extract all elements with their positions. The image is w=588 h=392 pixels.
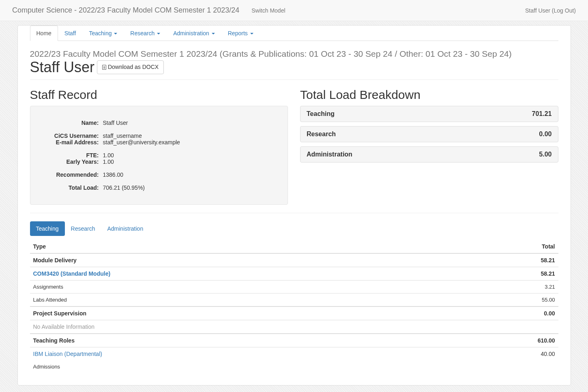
label-name: Name: bbox=[38, 120, 103, 126]
detail-pills: Teaching Research Administration bbox=[30, 221, 558, 236]
value-email: staff_user@university.example bbox=[103, 139, 280, 146]
value-name: Staff User bbox=[103, 120, 280, 126]
label-total-load: Total Load: bbox=[38, 184, 103, 191]
table-row: IBM Liaison (Departmental) 40.00 bbox=[30, 347, 558, 361]
chevron-down-icon bbox=[157, 33, 160, 34]
page-title: Staff User bbox=[30, 59, 94, 76]
chevron-down-icon bbox=[212, 33, 215, 34]
label-cics: CiCS Username: bbox=[38, 133, 103, 139]
table-row: COM3420 (Standard Module) 58.21 bbox=[30, 267, 558, 281]
pill-administration[interactable]: Administration bbox=[101, 221, 149, 236]
breakdown-administration[interactable]: Administration 5.00 bbox=[300, 146, 558, 163]
load-breakdown-heading: Total Load Breakdown bbox=[300, 88, 558, 102]
chevron-down-icon bbox=[250, 33, 253, 34]
tab-home[interactable]: Home bbox=[30, 26, 58, 41]
staff-record-panel: Name: Staff User CiCS Username: staff_us… bbox=[30, 106, 288, 205]
switch-model-link[interactable]: Switch Model bbox=[245, 1, 291, 20]
table-row: Assignments 3.21 bbox=[30, 281, 558, 293]
main-container: Home Staff Teaching Research Administrat… bbox=[17, 25, 571, 386]
value-fte: 1.00 bbox=[103, 152, 280, 159]
top-navbar: Computer Science - 2022/23 Faculty Model… bbox=[0, 0, 588, 21]
value-early-years: 1.00 bbox=[103, 159, 280, 165]
staff-record-heading: Staff Record bbox=[30, 88, 288, 102]
col-type: Type bbox=[30, 240, 441, 253]
tab-reports[interactable]: Reports bbox=[221, 26, 260, 41]
module-link[interactable]: COM3420 (Standard Module) bbox=[33, 270, 111, 277]
table-row: Admissions bbox=[30, 360, 558, 373]
label-email: E-mail Address: bbox=[38, 139, 103, 146]
table-row: Labs Attended 55.00 bbox=[30, 293, 558, 307]
breakdown-teaching[interactable]: Teaching 701.21 bbox=[300, 106, 558, 122]
pill-research[interactable]: Research bbox=[65, 221, 101, 236]
model-subheading: 2022/23 Faculty Model COM Semester 1 202… bbox=[30, 49, 558, 59]
breakdown-research[interactable]: Research 0.00 bbox=[300, 126, 558, 142]
value-recommended: 1386.00 bbox=[103, 171, 280, 178]
document-icon bbox=[102, 65, 106, 70]
brand-text: Computer Science - 2022/23 Faculty Model… bbox=[6, 0, 245, 21]
value-cics: staff_username bbox=[103, 133, 280, 139]
table-row: No Available Information bbox=[30, 320, 558, 334]
table-row: Project Supervision 0.00 bbox=[30, 306, 558, 320]
label-recommended: Recommended: bbox=[38, 171, 103, 178]
tab-administration[interactable]: Administration bbox=[167, 26, 221, 41]
col-total: Total bbox=[441, 240, 558, 253]
label-fte: FTE: bbox=[38, 152, 103, 159]
download-docx-button[interactable]: Download as DOCX bbox=[97, 60, 164, 74]
logout-link[interactable]: Staff User (Log Out) bbox=[519, 1, 582, 20]
chevron-down-icon bbox=[114, 33, 117, 34]
tab-teaching[interactable]: Teaching bbox=[82, 26, 124, 41]
teaching-table: Type Total Module Delivery 58.21 COM3420… bbox=[30, 240, 558, 373]
table-row: Module Delivery 58.21 bbox=[30, 253, 558, 267]
label-early-years: Early Years: bbox=[38, 159, 103, 165]
main-nav-tabs: Home Staff Teaching Research Administrat… bbox=[30, 26, 558, 41]
role-link-ibm[interactable]: IBM Liaison (Departmental) bbox=[33, 351, 102, 357]
tab-research[interactable]: Research bbox=[124, 26, 167, 41]
tab-staff[interactable]: Staff bbox=[58, 26, 83, 41]
pill-teaching[interactable]: Teaching bbox=[30, 221, 65, 236]
value-total-load: 706.21 (50.95%) bbox=[103, 184, 280, 191]
table-row: Teaching Roles 610.00 bbox=[30, 334, 558, 347]
